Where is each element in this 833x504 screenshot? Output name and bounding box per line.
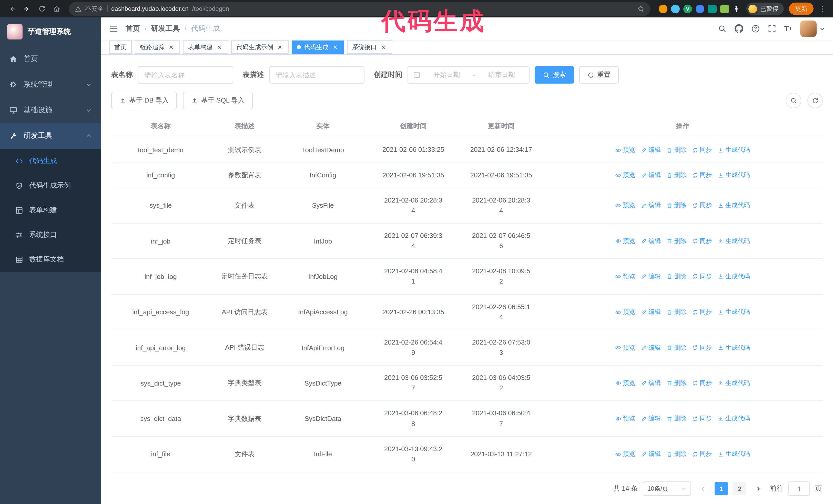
close-icon[interactable]: ✕	[216, 44, 223, 51]
edit-link[interactable]: 编辑	[641, 201, 661, 210]
preview-link[interactable]: 预览	[615, 379, 635, 388]
close-icon[interactable]: ✕	[168, 44, 175, 51]
delete-link[interactable]: 删除	[666, 379, 686, 388]
sync-link[interactable]: 同步	[692, 308, 712, 316]
next-page-button[interactable]	[752, 482, 765, 495]
delete-link[interactable]: 删除	[666, 272, 686, 281]
delete-link[interactable]: 删除	[666, 450, 686, 459]
tab-system-api[interactable]: 系统接口 ✕	[347, 41, 392, 54]
extension-icon[interactable]	[696, 4, 704, 13]
delete-link[interactable]: 删除	[666, 201, 686, 210]
edit-link[interactable]: 编辑	[641, 450, 661, 459]
help-button[interactable]	[751, 25, 759, 33]
edit-link[interactable]: 编辑	[641, 272, 661, 281]
sidebar-collapse-button[interactable]	[109, 24, 118, 33]
table-desc-input[interactable]	[269, 66, 364, 84]
delete-link[interactable]: 删除	[666, 308, 686, 316]
import-db-button[interactable]: 基于 DB 导入	[111, 92, 177, 110]
tab-codegen-example[interactable]: 代码生成示例 ✕	[231, 41, 289, 54]
edit-link[interactable]: 编辑	[641, 343, 661, 352]
edit-link[interactable]: 编辑	[641, 308, 661, 316]
tab-trace[interactable]: 链路追踪 ✕	[135, 41, 180, 54]
extension-icon[interactable]	[671, 4, 680, 13]
generate-code-link[interactable]: 生成代码	[718, 146, 750, 154]
search-button[interactable]: 搜索	[535, 66, 574, 84]
sync-link[interactable]: 同步	[692, 146, 712, 154]
extension-icon[interactable]: V	[683, 4, 692, 13]
breadcrumb-home[interactable]: 首页	[125, 24, 140, 33]
browser-home-button[interactable]	[50, 2, 64, 16]
sync-link[interactable]: 同步	[692, 171, 712, 179]
table-name-input[interactable]	[138, 66, 233, 84]
github-link[interactable]	[734, 24, 743, 33]
close-icon[interactable]: ✕	[276, 44, 284, 51]
address-bar[interactable]: 不安全 dashboard.yudao.iocoder.cn/tool/code…	[69, 2, 650, 16]
preview-link[interactable]: 预览	[615, 171, 635, 179]
bookmark-star-icon[interactable]	[637, 5, 644, 12]
preview-link[interactable]: 预览	[615, 201, 635, 210]
browser-menu-kebab-icon[interactable]: ⋮	[814, 5, 828, 13]
generate-code-link[interactable]: 生成代码	[718, 450, 750, 459]
sidebar-item-codegen-example[interactable]: 代码生成示例	[0, 173, 101, 198]
edit-link[interactable]: 编辑	[641, 171, 661, 179]
generate-code-link[interactable]: 生成代码	[718, 201, 750, 210]
generate-code-link[interactable]: 生成代码	[718, 379, 750, 388]
browser-forward-button[interactable]	[20, 2, 34, 16]
pinned-extension-pin-icon[interactable]	[733, 5, 740, 13]
extension-icon[interactable]	[659, 4, 667, 13]
preview-link[interactable]: 预览	[615, 237, 635, 245]
refresh-table-button[interactable]	[807, 93, 823, 109]
prev-page-button[interactable]	[696, 482, 710, 495]
sidebar-item-database-docs[interactable]: 数据库文档	[0, 247, 101, 272]
sync-link[interactable]: 同步	[692, 237, 712, 245]
delete-link[interactable]: 删除	[666, 146, 686, 154]
edit-link[interactable]: 编辑	[641, 379, 661, 388]
delete-link[interactable]: 删除	[666, 171, 686, 179]
tab-code-generation[interactable]: 代码生成 ✕	[292, 41, 344, 54]
generate-code-link[interactable]: 生成代码	[718, 272, 750, 281]
tab-home[interactable]: 首页	[109, 41, 132, 54]
edit-link[interactable]: 编辑	[641, 237, 661, 245]
close-icon[interactable]: ✕	[380, 44, 387, 51]
sidebar-item-home[interactable]: 首页	[0, 46, 101, 72]
fullscreen-button[interactable]	[768, 25, 776, 33]
page-button-2[interactable]: 2	[733, 482, 746, 495]
sync-link[interactable]: 同步	[692, 450, 712, 459]
preview-link[interactable]: 预览	[615, 272, 635, 281]
import-sql-button[interactable]: 基于 SQL 导入	[183, 92, 253, 110]
tab-form-builder[interactable]: 表单构建 ✕	[183, 41, 228, 54]
extension-icon[interactable]	[720, 4, 729, 13]
page-size-select[interactable]: 10条/页	[643, 481, 691, 496]
sidebar-logo[interactable]: 芋道管理系统	[0, 18, 101, 46]
sidebar-item-dev-tools[interactable]: 研发工具	[0, 123, 101, 149]
create-time-range-picker[interactable]: 开始日期 - 结束日期	[407, 66, 529, 84]
generate-code-link[interactable]: 生成代码	[718, 308, 750, 316]
goto-page-input[interactable]	[788, 481, 810, 496]
browser-reload-button[interactable]	[35, 2, 49, 16]
preview-link[interactable]: 预览	[615, 414, 635, 423]
reset-button[interactable]: 重置	[579, 66, 619, 84]
sync-link[interactable]: 同步	[692, 343, 712, 352]
preview-link[interactable]: 预览	[615, 308, 635, 316]
font-size-button[interactable]: TT	[784, 25, 792, 32]
toggle-search-button[interactable]	[786, 93, 801, 109]
preview-link[interactable]: 预览	[615, 343, 635, 352]
browser-update-button[interactable]: 更新	[789, 3, 813, 15]
delete-link[interactable]: 删除	[666, 343, 686, 352]
sidebar-item-code-generation[interactable]: 代码生成	[0, 149, 101, 173]
browser-back-button[interactable]	[5, 2, 19, 16]
delete-link[interactable]: 删除	[666, 237, 686, 245]
profile-paused-badge[interactable]: 已暂停	[746, 3, 784, 15]
close-icon[interactable]: ✕	[332, 44, 339, 51]
preview-link[interactable]: 预览	[615, 146, 635, 154]
generate-code-link[interactable]: 生成代码	[718, 414, 750, 423]
sync-link[interactable]: 同步	[692, 379, 712, 388]
sync-link[interactable]: 同步	[692, 272, 712, 281]
sidebar-item-system-management[interactable]: 系统管理	[0, 72, 101, 97]
sidebar-item-form-builder[interactable]: 表单构建	[0, 198, 101, 222]
sync-link[interactable]: 同步	[692, 414, 712, 423]
extension-icon[interactable]	[708, 4, 717, 13]
breadcrumb-dev-tools[interactable]: 研发工具	[151, 24, 180, 33]
sidebar-item-system-api[interactable]: 系统接口	[0, 222, 101, 247]
edit-link[interactable]: 编辑	[641, 146, 661, 154]
